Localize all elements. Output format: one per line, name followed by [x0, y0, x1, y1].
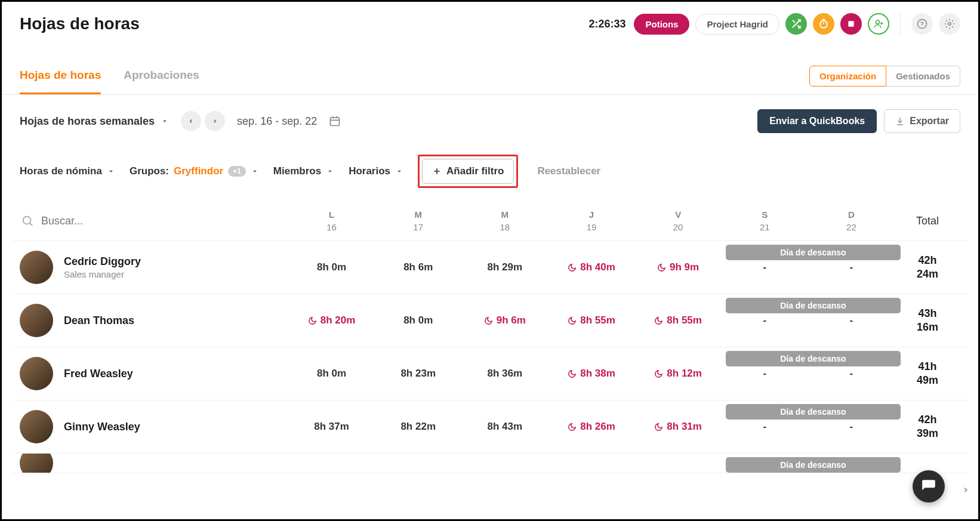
table-row[interactable]: Día de descansoDean Thomas8h 20m8h 0m9h … — [13, 294, 967, 347]
tab-timesheets[interactable]: Hojas de horas — [20, 58, 101, 94]
shuffle-icon[interactable] — [785, 13, 807, 35]
rest-day-badge: Día de descanso — [726, 298, 901, 313]
day-header: D22 — [808, 209, 895, 232]
user-name: Fred Weasley — [64, 368, 133, 380]
user-cell: Fred Weasley — [20, 357, 288, 390]
svg-rect-5 — [331, 118, 340, 125]
add-user-icon[interactable] — [868, 13, 889, 35]
tabs-row: Hojas de horas Aprobaciones Organización… — [2, 58, 978, 95]
chevron-down-icon — [107, 167, 115, 175]
user-name: Dean Thomas — [64, 315, 134, 327]
hour-cell[interactable]: - — [808, 315, 895, 326]
period-dropdown[interactable]: Hojas de horas semanales — [20, 115, 169, 128]
add-filter-button[interactable]: Añadir filtro — [422, 159, 514, 184]
hour-cell[interactable]: - — [722, 368, 808, 380]
prev-week-button[interactable] — [181, 111, 201, 131]
side-expand-icon[interactable] — [961, 486, 970, 494]
day-header: M18 — [461, 209, 548, 232]
top-bar-right: 2:26:33 Potions Project Hagrid — [588, 13, 960, 35]
total-header: Total — [895, 215, 960, 227]
hour-cell[interactable]: 8h 0m — [375, 315, 461, 326]
reset-filters[interactable]: Reestablecer — [537, 165, 600, 177]
date-nav — [181, 111, 225, 131]
chevron-down-icon — [251, 167, 259, 175]
next-week-button[interactable] — [205, 111, 225, 131]
period-label: Hojas de horas semanales — [20, 115, 155, 128]
hour-cell[interactable]: 8h 0m — [288, 261, 375, 273]
filter-groups[interactable]: Grupos: Gryffindor +1 — [130, 165, 259, 177]
hour-cell[interactable]: - — [808, 261, 895, 273]
day-header: S21 — [722, 209, 808, 232]
project-pill-secondary[interactable]: Project Hagrid — [695, 14, 779, 35]
hour-cell[interactable]: 9h 6m — [461, 315, 548, 326]
hour-cell[interactable]: 8h 12m — [635, 368, 722, 380]
hour-cell[interactable]: 8h 37m — [288, 421, 375, 433]
hour-cell[interactable]: 8h 23m — [375, 368, 461, 380]
hour-cell[interactable]: 8h 40m — [548, 261, 634, 273]
hour-cell[interactable]: 8h 36m — [461, 368, 548, 380]
add-filter-highlight: Añadir filtro — [418, 155, 518, 188]
hour-cell[interactable]: - — [808, 368, 895, 380]
settings-icon[interactable] — [939, 13, 960, 35]
hour-cell[interactable]: 8h 31m — [635, 421, 722, 433]
calendar-icon[interactable] — [329, 115, 341, 127]
hour-cell[interactable]: 8h 26m — [548, 421, 634, 433]
filter-hours[interactable]: Horas de nómina — [20, 165, 115, 177]
segment-organization[interactable]: Organización — [809, 66, 886, 87]
day-header: M17 — [375, 209, 461, 232]
hour-cell[interactable]: 8h 29m — [461, 261, 548, 273]
day-header: J19 — [548, 209, 634, 232]
hour-cell[interactable]: 8h 38m — [548, 368, 634, 380]
tab-approvals[interactable]: Aprobaciones — [124, 58, 199, 94]
add-filter-label: Añadir filtro — [446, 165, 504, 177]
project-pill-active[interactable]: Potions — [634, 14, 689, 35]
chat-button[interactable] — [913, 470, 945, 502]
filter-schedules[interactable]: Horarios — [349, 165, 403, 177]
table-row[interactable]: Día de descansoGinny Weasley8h 37m8h 22m… — [13, 400, 967, 454]
hour-cell[interactable]: 8h 22m — [375, 421, 461, 433]
divider — [900, 13, 901, 35]
hour-cell[interactable]: - — [722, 315, 808, 326]
controls-left: Hojas de horas semanales sep. 16 - sep. … — [20, 111, 341, 131]
hour-cell[interactable]: 8h 6m — [375, 261, 461, 273]
hour-cell[interactable]: - — [808, 421, 895, 433]
help-icon[interactable] — [911, 13, 933, 35]
rest-day-badge: Día de descanso — [726, 245, 901, 260]
filter-groups-label: Grupos: — [130, 165, 169, 177]
hour-cell[interactable]: 8h 43m — [461, 421, 548, 433]
stop-icon[interactable] — [840, 13, 862, 35]
send-quickbooks-button[interactable]: Enviar a QuickBooks — [757, 109, 877, 133]
total-cell: 41h49m — [895, 360, 960, 388]
hour-cell[interactable]: 9h 9m — [635, 261, 722, 273]
table-row[interactable]: Día de descansoFred Weasley8h 0m8h 23m8h… — [13, 347, 967, 400]
controls-row: Hojas de horas semanales sep. 16 - sep. … — [2, 95, 978, 147]
table-row[interactable]: Día de descanso — [13, 454, 967, 473]
rest-day-badge: Día de descanso — [726, 404, 901, 420]
search-input[interactable] — [41, 215, 220, 227]
filter-groups-value: Gryffindor — [174, 165, 223, 177]
hour-cell[interactable]: 8h 0m — [288, 368, 375, 380]
timer-icon[interactable] — [813, 13, 834, 35]
filter-hours-label: Horas de nómina — [20, 165, 102, 177]
table-row[interactable]: Día de descansoCedric DiggorySales manag… — [13, 241, 967, 294]
svg-point-4 — [948, 23, 951, 26]
hour-cell[interactable]: 8h 20m — [288, 315, 375, 326]
chevron-down-icon — [326, 167, 334, 175]
hour-cell[interactable]: - — [722, 261, 808, 273]
filter-row: Horas de nómina Grupos: Gryffindor +1 Mi… — [2, 147, 978, 201]
page-title: Hojas de horas — [20, 14, 140, 33]
total-cell: 42h39m — [895, 413, 960, 441]
hour-cell[interactable]: 8h 55m — [635, 315, 722, 326]
segment-managed[interactable]: Gestionados — [886, 66, 960, 87]
avatar — [20, 410, 53, 443]
user-role: Sales manager — [64, 269, 141, 279]
hour-cell[interactable]: 8h 55m — [548, 315, 634, 326]
total-cell: 43h16m — [895, 307, 960, 335]
timesheet-table: L16 M17 M18 J19 V20 S21 D22 Total Día de… — [2, 201, 978, 473]
filter-members[interactable]: Miembros — [273, 165, 334, 177]
hour-cell[interactable]: - — [722, 421, 808, 433]
svg-point-6 — [23, 217, 31, 224]
export-button[interactable]: Exportar — [884, 109, 960, 133]
timer-display: 2:26:33 — [588, 18, 625, 30]
avatar — [20, 357, 53, 390]
